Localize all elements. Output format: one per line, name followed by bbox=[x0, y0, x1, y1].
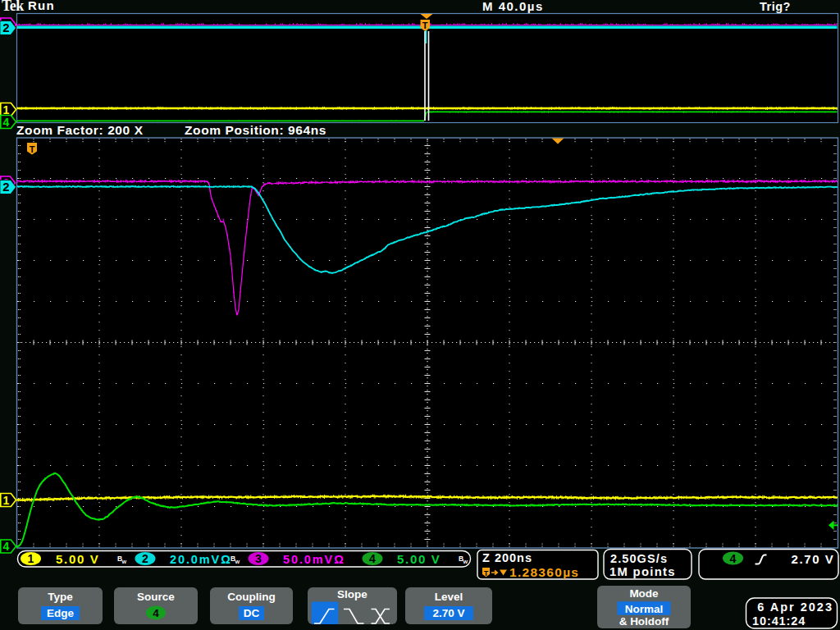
svg-text:Run: Run bbox=[28, 0, 55, 12]
svg-text:4: 4 bbox=[3, 116, 10, 129]
svg-text:6 Apr 2023: 6 Apr 2023 bbox=[757, 600, 833, 614]
svg-text:DC: DC bbox=[244, 607, 260, 619]
svg-text:Zoom Position: 964ns: Zoom Position: 964ns bbox=[185, 123, 326, 137]
svg-text:Type: Type bbox=[48, 591, 73, 603]
svg-text:1: 1 bbox=[3, 103, 10, 116]
svg-text:& Holdoff: & Holdoff bbox=[619, 615, 669, 628]
svg-text:W: W bbox=[235, 559, 240, 564]
svg-text:2.70 V: 2.70 V bbox=[432, 607, 464, 619]
svg-text:3: 3 bbox=[255, 552, 262, 565]
svg-text:2.50GS/s: 2.50GS/s bbox=[610, 552, 668, 565]
svg-text:Coupling: Coupling bbox=[227, 591, 275, 603]
svg-text:10:41:24: 10:41:24 bbox=[752, 614, 806, 628]
svg-text:M 40.0µs: M 40.0µs bbox=[482, 0, 544, 13]
svg-text:W: W bbox=[122, 559, 127, 564]
svg-text:20.0mVΩ: 20.0mVΩ bbox=[170, 553, 232, 566]
svg-text:1.28360µs: 1.28360µs bbox=[509, 565, 579, 579]
svg-text:5.00 V: 5.00 V bbox=[56, 552, 100, 566]
svg-text:2.70 V: 2.70 V bbox=[792, 552, 835, 566]
svg-text:1M points: 1M points bbox=[609, 565, 676, 578]
svg-text:Source: Source bbox=[137, 591, 175, 603]
svg-text:Edge: Edge bbox=[47, 607, 74, 619]
svg-text:2: 2 bbox=[2, 21, 9, 34]
svg-text:4: 4 bbox=[730, 552, 737, 565]
svg-text:Normal: Normal bbox=[625, 603, 664, 615]
svg-text:Slope: Slope bbox=[337, 588, 368, 600]
svg-text:1: 1 bbox=[3, 494, 10, 507]
svg-text:4: 4 bbox=[153, 607, 159, 619]
svg-text:4: 4 bbox=[3, 540, 10, 553]
svg-text:5.00 V: 5.00 V bbox=[397, 552, 441, 566]
svg-text:T: T bbox=[30, 144, 35, 154]
svg-text:2: 2 bbox=[142, 552, 148, 565]
svg-text:Zoom Factor: 200 X: Zoom Factor: 200 X bbox=[16, 123, 144, 137]
svg-text:Tek: Tek bbox=[2, 0, 24, 14]
svg-text:Z 200ns: Z 200ns bbox=[482, 551, 532, 564]
svg-text:Trig?: Trig? bbox=[760, 0, 791, 13]
svg-text:T: T bbox=[422, 21, 428, 30]
svg-text:W: W bbox=[463, 559, 468, 564]
svg-text:Level: Level bbox=[435, 591, 463, 603]
svg-text:1: 1 bbox=[28, 552, 34, 565]
svg-text:T: T bbox=[484, 569, 489, 578]
svg-text:4: 4 bbox=[369, 552, 376, 565]
svg-text:50.0mVΩ: 50.0mVΩ bbox=[283, 553, 345, 566]
svg-text:Mode: Mode bbox=[629, 587, 659, 600]
svg-text:2: 2 bbox=[2, 180, 9, 194]
